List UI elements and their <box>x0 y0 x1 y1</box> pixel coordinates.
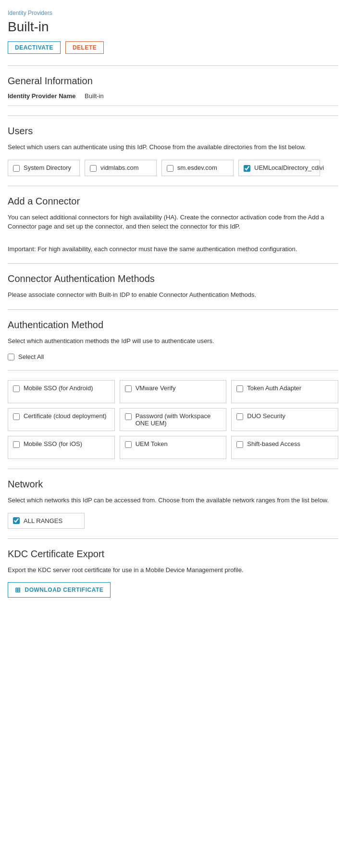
idp-name-label: Identity Provider Name <box>8 92 85 100</box>
list-item[interactable]: vidmlabs.com <box>85 160 157 176</box>
vmware-verify-label: VMware Verify <box>136 384 176 392</box>
uem-token-label: UEM Token <box>136 440 168 447</box>
mobile-sso-android-checkbox[interactable] <box>13 385 20 392</box>
duo-security-checkbox[interactable] <box>236 413 243 420</box>
shift-based-checkbox[interactable] <box>236 441 243 448</box>
token-auth-checkbox[interactable] <box>236 385 243 392</box>
vidmlabs-checkbox[interactable] <box>90 165 97 172</box>
auth-method-desc: Select which authentication methods the … <box>8 336 338 346</box>
connector-auth-section: Connector Authentication Methods Please … <box>8 273 338 300</box>
auth-methods-grid: Mobile SSO (for Android) VMware Verify T… <box>8 380 338 459</box>
divider-2 <box>8 115 338 116</box>
smesdev-label: sm.esdev.com <box>177 164 217 171</box>
system-directory-checkbox[interactable] <box>13 165 20 172</box>
list-item[interactable]: Mobile SSO (for Android) <box>8 380 115 403</box>
connector-auth-desc: Please associate connector with Built-in… <box>8 290 338 300</box>
shift-based-label: Shift-based Access <box>247 440 300 447</box>
add-connector-title: Add a Connector <box>8 196 338 207</box>
all-ranges-item[interactable]: ALL RANGES <box>8 513 85 529</box>
general-info-title: General Information <box>8 76 338 87</box>
list-item[interactable]: sm.esdev.com <box>161 160 234 176</box>
users-section: Users Select which users can authenticat… <box>8 126 338 176</box>
kdc-title: KDC Certificate Export <box>8 549 338 560</box>
breadcrumb[interactable]: Identity Providers <box>8 10 338 16</box>
password-uem-checkbox[interactable] <box>125 413 132 420</box>
password-uem-label: Password (with Workspace ONE UEM) <box>136 412 222 427</box>
all-ranges-label: ALL RANGES <box>24 517 62 524</box>
divider-7 <box>8 538 338 539</box>
list-item[interactable]: Certificate (cloud deployment) <box>8 408 115 431</box>
smesdev-checkbox[interactable] <box>167 165 173 172</box>
all-ranges-checkbox[interactable] <box>13 517 20 524</box>
uemlocaldir-checkbox[interactable] <box>244 165 250 172</box>
page-title: Built-in <box>8 19 338 35</box>
uemlocaldir-label: UEMLocalDirectory_cdivi <box>254 164 324 171</box>
mobile-sso-android-label: Mobile SSO (for Android) <box>24 384 93 392</box>
divider-4 <box>8 263 338 264</box>
divider-6 <box>8 469 338 469</box>
auth-method-title: Authentication Method <box>8 319 338 331</box>
system-directory-label: System Directory <box>24 164 71 171</box>
cert-cloud-label: Certificate (cloud deployment) <box>24 412 107 420</box>
download-button-label: DOWNLOAD CERTIFICATE <box>25 587 104 593</box>
divider-auth-inner <box>8 370 338 370</box>
general-information-section: General Information Identity Provider Na… <box>8 76 338 106</box>
select-all-label: Select All <box>18 353 44 360</box>
deactivate-button[interactable]: DEACTIVATE <box>8 41 61 54</box>
list-item[interactable]: VMware Verify <box>120 380 227 403</box>
list-item[interactable]: Shift-based Access <box>231 436 338 459</box>
add-connector-desc1: You can select additional connectors for… <box>8 213 338 231</box>
list-item[interactable]: UEMLocalDirectory_cdivi <box>238 160 320 176</box>
network-desc: Select which networks this IdP can be ac… <box>8 496 338 505</box>
vidmlabs-label: vidmlabs.com <box>100 164 138 171</box>
kdc-desc: Export the KDC server root certificate f… <box>8 565 338 575</box>
select-all-row[interactable]: Select All <box>8 353 338 360</box>
list-item[interactable]: DUO Security <box>231 408 338 431</box>
idp-name-row: Identity Provider Name Built-in <box>8 92 338 106</box>
add-connector-desc2: Important: For high availability, each c… <box>8 244 338 254</box>
mobile-sso-ios-label: Mobile SSO (for iOS) <box>24 440 82 447</box>
connector-auth-title: Connector Authentication Methods <box>8 273 338 284</box>
idp-name-value: Built-in <box>85 92 104 100</box>
vmware-verify-checkbox[interactable] <box>125 385 132 392</box>
mobile-sso-ios-checkbox[interactable] <box>13 441 20 448</box>
kdc-section: KDC Certificate Export Export the KDC se… <box>8 549 338 598</box>
list-item[interactable]: Token Auth Adapter <box>231 380 338 403</box>
token-auth-label: Token Auth Adapter <box>247 384 301 392</box>
uem-token-checkbox[interactable] <box>125 441 132 448</box>
download-certificate-button[interactable]: ⊞ DOWNLOAD CERTIFICATE <box>8 582 111 598</box>
network-section: Network Select which networks this IdP c… <box>8 479 338 529</box>
list-item[interactable]: UEM Token <box>120 436 227 459</box>
list-item[interactable]: System Directory <box>8 160 80 176</box>
add-connector-section: Add a Connector You can select additiona… <box>8 196 338 254</box>
divider-3 <box>8 186 338 186</box>
select-all-checkbox[interactable] <box>8 354 14 360</box>
divider-5 <box>8 309 338 310</box>
network-title: Network <box>8 479 338 490</box>
cert-cloud-checkbox[interactable] <box>13 413 20 420</box>
auth-method-section: Authentication Method Select which authe… <box>8 319 338 460</box>
users-description: Select which users can authenticate usin… <box>8 142 338 152</box>
users-title: Users <box>8 126 338 137</box>
duo-security-label: DUO Security <box>247 412 285 420</box>
list-item[interactable]: Password (with Workspace ONE UEM) <box>120 408 227 431</box>
delete-button[interactable]: DELETE <box>65 41 104 54</box>
list-item[interactable]: Mobile SSO (for iOS) <box>8 436 115 459</box>
divider-1 <box>8 65 338 66</box>
directory-list: System Directory vidmlabs.com sm.esdev.c… <box>8 160 338 176</box>
download-icon: ⊞ <box>15 586 21 594</box>
action-buttons: DEACTIVATE DELETE <box>8 41 338 54</box>
